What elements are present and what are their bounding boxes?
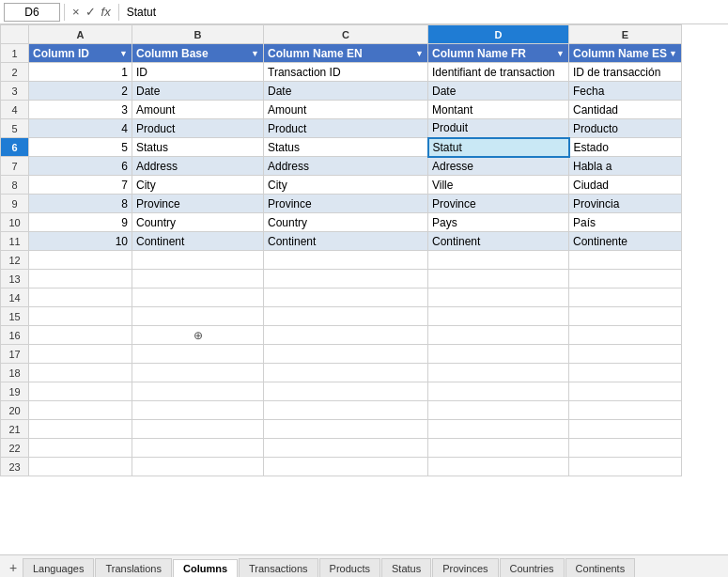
row-num[interactable]: 14 [1, 288, 29, 307]
tab-status[interactable]: Status [381, 558, 431, 577]
col-header-D[interactable]: D [428, 25, 569, 44]
cell-d14[interactable] [428, 288, 569, 307]
cell-d12[interactable] [428, 251, 569, 270]
row-num[interactable]: 19 [1, 382, 29, 401]
cell-a14[interactable] [29, 288, 132, 307]
cell-d6[interactable]: Statut [428, 138, 569, 157]
cell-d4[interactable]: Montant [428, 101, 569, 119]
cell-b7[interactable]: Address [132, 157, 264, 176]
cell-e8[interactable]: Ciudad [569, 176, 682, 195]
cell-b11[interactable]: Continent [132, 232, 264, 251]
cell-ref-input[interactable] [4, 3, 60, 22]
cell-d3[interactable]: Date [428, 82, 569, 101]
cell-d2[interactable]: Identifiant de transaction [428, 63, 569, 82]
cell-e16[interactable] [569, 326, 682, 345]
row-num-1[interactable]: 1 [1, 44, 29, 63]
cell-b5[interactable]: Product [132, 119, 264, 138]
header-cell-colbase[interactable]: Column Base ▼ [132, 44, 264, 63]
cell-e15[interactable] [569, 307, 682, 326]
cell-a2[interactable]: 1 [29, 63, 132, 82]
row-num[interactable]: 17 [1, 345, 29, 364]
dropdown-arrow-a[interactable]: ▼ [119, 49, 128, 58]
row-num[interactable]: 9 [1, 195, 29, 213]
dropdown-arrow-c[interactable]: ▼ [415, 49, 424, 58]
fx-icon[interactable]: fx [101, 5, 111, 19]
cell-d8[interactable]: Ville [428, 176, 569, 195]
row-num[interactable]: 18 [1, 364, 29, 382]
cell-d16[interactable] [428, 326, 569, 345]
cell-d9[interactable]: Province [428, 195, 569, 213]
formula-input[interactable] [123, 3, 724, 22]
cell-a13[interactable] [29, 270, 132, 288]
col-header-E[interactable]: E [569, 25, 682, 44]
row-num[interactable]: 3 [1, 82, 29, 101]
tab-countries[interactable]: Countries [500, 558, 565, 577]
cell-e2[interactable]: ID de transacción [569, 63, 682, 82]
cell-b14[interactable] [132, 288, 264, 307]
row-num[interactable]: 7 [1, 157, 29, 176]
cell-a9[interactable]: 8 [29, 195, 132, 213]
cell-d11[interactable]: Continent [428, 232, 569, 251]
cell-b6[interactable]: Status [132, 138, 264, 157]
cell-c7[interactable]: Address [264, 157, 428, 176]
cell-c3[interactable]: Date [264, 82, 428, 101]
row-num[interactable]: 11 [1, 232, 29, 251]
row-num[interactable]: 23 [1, 458, 29, 476]
row-num[interactable]: 22 [1, 439, 29, 458]
tab-languages[interactable]: Languages [23, 558, 94, 577]
row-num[interactable]: 13 [1, 270, 29, 288]
cell-c15[interactable] [264, 307, 428, 326]
row-num[interactable]: 2 [1, 63, 29, 82]
header-cell-colnameen[interactable]: Column Name EN ▼ [264, 44, 428, 63]
cell-a3[interactable]: 2 [29, 82, 132, 101]
row-num[interactable]: 21 [1, 420, 29, 439]
cell-c4[interactable]: Amount [264, 101, 428, 119]
confirm-icon[interactable]: ✓ [85, 5, 96, 19]
row-num[interactable]: 4 [1, 101, 29, 119]
cell-c10[interactable]: Country [264, 213, 428, 232]
row-num[interactable]: 16 [1, 326, 29, 345]
tab-continents[interactable]: Continents [565, 558, 636, 577]
cell-a8[interactable]: 7 [29, 176, 132, 195]
row-num-6[interactable]: 6 [1, 138, 29, 157]
cell-a16[interactable] [29, 326, 132, 345]
cell-e7[interactable]: Habla a [569, 157, 682, 176]
cell-b9[interactable]: Province [132, 195, 264, 213]
header-cell-colnamefr[interactable]: Column Name FR ▼ [428, 44, 569, 63]
cell-d13[interactable] [428, 270, 569, 288]
cell-c11[interactable]: Continent [264, 232, 428, 251]
tab-translations[interactable]: Translations [95, 558, 172, 577]
add-sheet-button[interactable]: + [4, 558, 23, 577]
dropdown-arrow-b[interactable]: ▼ [251, 49, 259, 58]
cell-c16[interactable] [264, 326, 428, 345]
header-cell-colid[interactable]: Column ID ▼ [29, 44, 132, 63]
row-num[interactable]: 10 [1, 213, 29, 232]
cell-a4[interactable]: 3 [29, 101, 132, 119]
row-num[interactable]: 15 [1, 307, 29, 326]
tab-columns[interactable]: Columns [173, 559, 238, 577]
cell-b3[interactable]: Date [132, 82, 264, 101]
cell-d15[interactable] [428, 307, 569, 326]
cell-e13[interactable] [569, 270, 682, 288]
cell-d7[interactable]: Adresse [428, 157, 569, 176]
cell-e6[interactable]: Estado [569, 138, 682, 157]
cell-c9[interactable]: Province [264, 195, 428, 213]
cell-b15[interactable] [132, 307, 264, 326]
cell-c13[interactable] [264, 270, 428, 288]
cell-b2[interactable]: ID [132, 63, 264, 82]
tab-transactions[interactable]: Transactions [239, 558, 318, 577]
cell-e11[interactable]: Continente [569, 232, 682, 251]
tab-provinces[interactable]: Provinces [432, 558, 498, 577]
cell-e12[interactable] [569, 251, 682, 270]
cell-c12[interactable] [264, 251, 428, 270]
cell-c2[interactable]: Transaction ID [264, 63, 428, 82]
cell-d10[interactable]: Pays [428, 213, 569, 232]
dropdown-arrow-e[interactable]: ▼ [669, 49, 677, 58]
cell-a7[interactable]: 6 [29, 157, 132, 176]
cell-a12[interactable] [29, 251, 132, 270]
cell-b4[interactable]: Amount [132, 101, 264, 119]
cell-a10[interactable]: 9 [29, 213, 132, 232]
cell-e4[interactable]: Cantidad [569, 101, 682, 119]
cell-d5[interactable]: Produit [428, 119, 569, 138]
col-header-C[interactable]: C [264, 25, 428, 44]
